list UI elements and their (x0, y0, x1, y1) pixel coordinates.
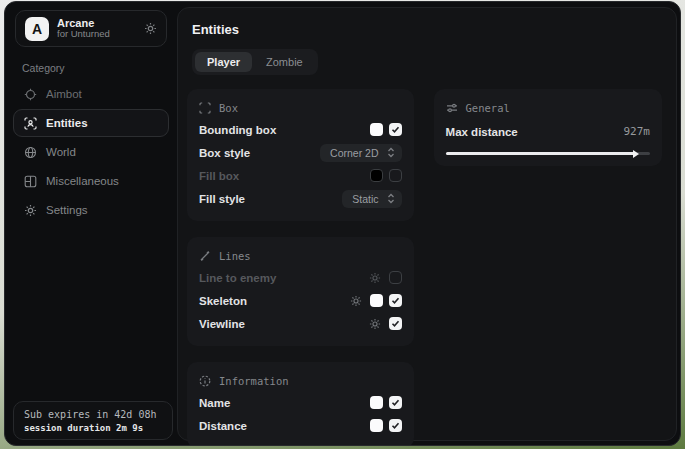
sidebar-item-label: Miscellaneous (46, 175, 119, 187)
box-section: Box Bounding box Box style (187, 89, 414, 221)
sidebar-item-aimbot[interactable]: Aimbot (13, 80, 169, 108)
color-swatch[interactable] (370, 169, 383, 182)
general-section: General Max distance 927m (434, 89, 662, 166)
checkbox-checked[interactable] (389, 123, 402, 136)
checkbox-checked[interactable] (389, 317, 402, 330)
sidebar-item-label: Settings (46, 204, 88, 216)
slider-thumb[interactable] (633, 150, 639, 158)
gear-icon (24, 204, 37, 217)
layout-grid-icon (24, 175, 37, 188)
sidebar: A Arcane for Unturned Category (5, 2, 177, 445)
row-skeleton: Skeleton (199, 289, 402, 312)
crosshair-icon (24, 88, 37, 101)
main-panel: Entities Player Zombie Box (177, 7, 677, 441)
category-label: Category (22, 62, 177, 74)
info-icon (199, 375, 211, 387)
row-distance: Distance (199, 414, 402, 437)
globe-icon (24, 146, 37, 159)
sub-expires-text: Sub expires in 42d 08h (24, 409, 162, 420)
section-title: Lines (219, 250, 251, 262)
sidebar-item-label: Aimbot (46, 88, 82, 100)
color-swatch[interactable] (370, 419, 383, 432)
fill-style-dropdown[interactable]: Static (342, 190, 401, 208)
sidebar-item-miscellaneous[interactable]: Miscellaneous (13, 167, 169, 195)
sidebar-item-world[interactable]: World (13, 138, 169, 166)
tab-player[interactable]: Player (195, 52, 252, 72)
row-settings-gear-icon[interactable] (350, 295, 362, 307)
max-distance-value: 927m (624, 125, 651, 138)
brand-card: A Arcane for Unturned (15, 10, 167, 47)
sidebar-item-label: Entities (46, 117, 88, 129)
max-distance-slider[interactable] (446, 152, 650, 155)
checkbox-checked[interactable] (389, 419, 402, 432)
tab-zombie[interactable]: Zombie (254, 52, 315, 72)
page-title: Entities (192, 22, 662, 37)
row-box-style: Box style Corner 2D (199, 141, 402, 164)
brand-subtitle: for Unturned (57, 29, 136, 40)
sidebar-item-settings[interactable]: Settings (13, 196, 169, 224)
entities-scan-icon (24, 117, 37, 130)
session-duration-text: session duration 2m 9s (24, 423, 162, 433)
section-title: General (466, 102, 510, 114)
row-fill-style: Fill style Static (199, 187, 402, 210)
color-swatch[interactable] (370, 294, 383, 307)
box-corners-icon (199, 102, 211, 114)
color-swatch[interactable] (370, 396, 383, 409)
row-settings-gear-icon[interactable] (369, 272, 381, 284)
row-viewline: Viewline (199, 312, 402, 335)
row-name: Name (199, 391, 402, 414)
section-title: Information (219, 375, 289, 387)
entity-tabs: Player Zombie (192, 49, 318, 75)
row-max-distance: Max distance 927m (446, 120, 650, 143)
settings-gear-icon[interactable] (144, 22, 157, 35)
row-line-to-enemy: Line to enemy (199, 266, 402, 289)
checkbox-unchecked[interactable] (389, 271, 402, 284)
chevron-updown-icon (386, 193, 396, 204)
row-fill-box: Fill box (199, 164, 402, 187)
row-bounding-box: Bounding box (199, 118, 402, 141)
checkbox-checked[interactable] (389, 396, 402, 409)
sidebar-item-entities[interactable]: Entities (13, 109, 169, 137)
section-title: Box (219, 102, 238, 114)
app-window: A Arcane for Unturned Category (4, 1, 681, 446)
checkbox-unchecked[interactable] (389, 169, 402, 182)
sliders-icon (446, 102, 458, 114)
checkbox-checked[interactable] (389, 294, 402, 307)
slider-fill (446, 152, 636, 155)
subscription-info-box: Sub expires in 42d 08h session duration … (13, 401, 173, 440)
diagonal-line-icon (199, 250, 211, 262)
chevron-updown-icon (386, 147, 396, 158)
lines-section: Lines Line to enemy (187, 237, 414, 346)
sidebar-nav: Aimbot Entities (5, 80, 177, 224)
brand-logo: A (25, 17, 49, 41)
information-section: Information Name Distance (187, 362, 414, 446)
color-swatch[interactable] (370, 123, 383, 136)
box-style-dropdown[interactable]: Corner 2D (320, 144, 401, 162)
sidebar-item-label: World (46, 146, 76, 158)
row-settings-gear-icon[interactable] (369, 318, 381, 330)
